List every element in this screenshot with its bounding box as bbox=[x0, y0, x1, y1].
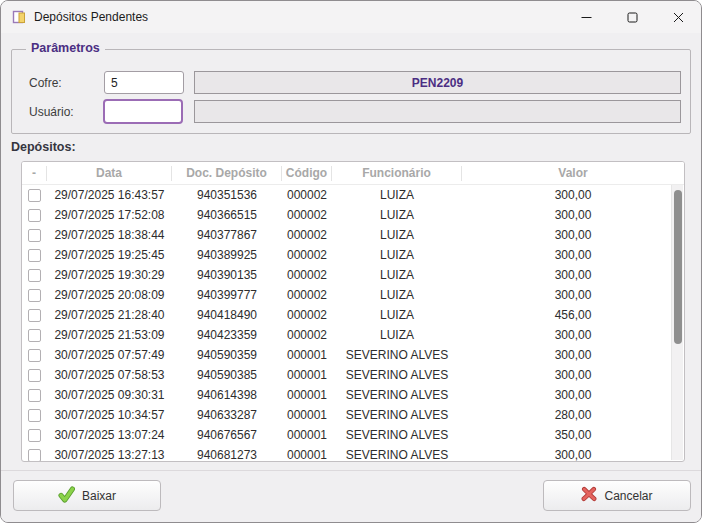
cell-codigo: 000002 bbox=[282, 328, 332, 342]
table-row[interactable]: 29/07/2025 17:52:08 940366515 000002 LUI… bbox=[22, 205, 684, 225]
row-checkbox[interactable] bbox=[28, 249, 41, 262]
table-row[interactable]: 30/07/2025 10:34:57 940633287 000001 SEV… bbox=[22, 405, 684, 425]
cell-funcionario: LUIZA bbox=[332, 208, 462, 222]
cell-funcionario: LUIZA bbox=[332, 248, 462, 262]
baixar-button[interactable]: Baixar bbox=[13, 480, 161, 511]
cell-valor: 456,00 bbox=[462, 308, 684, 322]
cell-date: 29/07/2025 21:28:40 bbox=[47, 308, 172, 322]
table-row[interactable]: 29/07/2025 21:53:09 940423359 000002 LUI… bbox=[22, 325, 684, 345]
cell-funcionario: SEVERINO ALVES bbox=[332, 348, 462, 362]
table-row[interactable]: 30/07/2025 09:30:31 940614398 000001 SEV… bbox=[22, 385, 684, 405]
cell-funcionario: SEVERINO ALVES bbox=[332, 428, 462, 442]
column-header-data[interactable]: Data bbox=[47, 166, 172, 181]
table-row[interactable]: 30/07/2025 07:57:49 940590359 000001 SEV… bbox=[22, 345, 684, 365]
vertical-scrollbar[interactable] bbox=[671, 185, 683, 460]
column-header-doc[interactable]: Doc. Depósito bbox=[172, 166, 282, 181]
table-row[interactable]: 29/07/2025 19:25:45 940389925 000002 LUI… bbox=[22, 245, 684, 265]
cancel-x-icon bbox=[581, 486, 597, 505]
table-row[interactable]: 30/07/2025 07:58:53 940590385 000001 SEV… bbox=[22, 365, 684, 385]
table-row[interactable]: 29/07/2025 16:43:57 940351536 000002 LUI… bbox=[22, 185, 684, 205]
row-checkbox[interactable] bbox=[28, 229, 41, 242]
cell-doc-deposito: 940681273 bbox=[172, 448, 282, 462]
cell-valor: 300,00 bbox=[462, 228, 684, 242]
row-checkbox[interactable] bbox=[28, 449, 41, 462]
cell-valor: 280,00 bbox=[462, 408, 684, 422]
cell-date: 30/07/2025 13:27:13 bbox=[47, 448, 172, 462]
row-checkbox[interactable] bbox=[28, 429, 41, 442]
cell-funcionario: LUIZA bbox=[332, 308, 462, 322]
cell-doc-deposito: 940351536 bbox=[172, 188, 282, 202]
cell-codigo: 000002 bbox=[282, 188, 332, 202]
cell-valor: 300,00 bbox=[462, 388, 684, 402]
cell-funcionario: LUIZA bbox=[332, 268, 462, 282]
table-row[interactable]: 29/07/2025 18:38:44 940377867 000002 LUI… bbox=[22, 225, 684, 245]
row-checkbox[interactable] bbox=[28, 389, 41, 402]
deposits-table-header: - Data Doc. Depósito Código Funcionário … bbox=[22, 162, 684, 185]
cell-date: 29/07/2025 21:53:09 bbox=[47, 328, 172, 342]
cell-doc-deposito: 940390135 bbox=[172, 268, 282, 282]
cell-funcionario: SEVERINO ALVES bbox=[332, 448, 462, 462]
cell-date: 29/07/2025 20:08:09 bbox=[47, 288, 172, 302]
cell-funcionario: SEVERINO ALVES bbox=[332, 368, 462, 382]
cell-valor: 300,00 bbox=[462, 208, 684, 222]
cell-valor: 300,00 bbox=[462, 288, 684, 302]
deposits-table: - Data Doc. Depósito Código Funcionário … bbox=[21, 161, 685, 462]
check-icon bbox=[58, 486, 75, 506]
dialog-depositos-pendentes: Depósitos Pendentes Parâmetros Cofre: PE… bbox=[0, 0, 702, 523]
cell-codigo: 000001 bbox=[282, 388, 332, 402]
cell-funcionario: SEVERINO ALVES bbox=[332, 408, 462, 422]
cell-codigo: 000001 bbox=[282, 448, 332, 462]
row-checkbox[interactable] bbox=[28, 309, 41, 322]
cell-doc-deposito: 940377867 bbox=[172, 228, 282, 242]
cell-date: 30/07/2025 07:58:53 bbox=[47, 368, 172, 382]
row-checkbox[interactable] bbox=[28, 369, 41, 382]
usuario-label: Usuário: bbox=[29, 105, 74, 119]
column-header-codigo[interactable]: Código bbox=[282, 166, 332, 181]
cell-doc-deposito: 940399777 bbox=[172, 288, 282, 302]
column-header-valor[interactable]: Valor bbox=[462, 166, 684, 181]
cell-valor: 300,00 bbox=[462, 328, 684, 342]
cell-codigo: 000001 bbox=[282, 408, 332, 422]
cell-doc-deposito: 940590359 bbox=[172, 348, 282, 362]
cell-valor: 300,00 bbox=[462, 348, 684, 362]
cell-funcionario: LUIZA bbox=[332, 188, 462, 202]
parameters-group-label: Parâmetros bbox=[26, 41, 105, 55]
cofre-input[interactable] bbox=[104, 71, 184, 94]
cell-codigo: 000002 bbox=[282, 228, 332, 242]
cell-doc-deposito: 940366515 bbox=[172, 208, 282, 222]
row-checkbox[interactable] bbox=[28, 289, 41, 302]
cell-funcionario: LUIZA bbox=[332, 328, 462, 342]
table-row[interactable]: 30/07/2025 13:27:13 940681273 000001 SEV… bbox=[22, 445, 684, 462]
row-checkbox[interactable] bbox=[28, 269, 41, 282]
deposits-table-body: 29/07/2025 16:43:57 940351536 000002 LUI… bbox=[22, 185, 684, 462]
minimize-button[interactable] bbox=[563, 1, 609, 33]
cell-funcionario: SEVERINO ALVES bbox=[332, 388, 462, 402]
usuario-input[interactable] bbox=[103, 99, 183, 124]
row-checkbox[interactable] bbox=[28, 209, 41, 222]
cancelar-button[interactable]: Cancelar bbox=[543, 480, 691, 511]
row-checkbox[interactable] bbox=[28, 189, 41, 202]
cell-codigo: 000002 bbox=[282, 288, 332, 302]
scrollbar-thumb[interactable] bbox=[674, 190, 682, 344]
cancelar-button-label: Cancelar bbox=[604, 489, 652, 503]
cell-date: 30/07/2025 07:57:49 bbox=[47, 348, 172, 362]
row-checkbox[interactable] bbox=[28, 329, 41, 342]
close-button[interactable] bbox=[655, 1, 701, 33]
cell-doc-deposito: 940614398 bbox=[172, 388, 282, 402]
cofre-display-field: PEN2209 bbox=[194, 71, 681, 94]
table-row[interactable]: 29/07/2025 19:30:29 940390135 000002 LUI… bbox=[22, 265, 684, 285]
table-row[interactable]: 29/07/2025 21:28:40 940418490 000002 LUI… bbox=[22, 305, 684, 325]
column-header-select[interactable]: - bbox=[22, 166, 47, 181]
cell-doc-deposito: 940590385 bbox=[172, 368, 282, 382]
maximize-button[interactable] bbox=[609, 1, 655, 33]
table-row[interactable]: 30/07/2025 13:07:24 940676567 000001 SEV… bbox=[22, 425, 684, 445]
column-header-funcionario[interactable]: Funcionário bbox=[332, 166, 462, 181]
table-row[interactable]: 29/07/2025 20:08:09 940399777 000002 LUI… bbox=[22, 285, 684, 305]
cell-codigo: 000001 bbox=[282, 428, 332, 442]
row-checkbox[interactable] bbox=[28, 349, 41, 362]
row-checkbox[interactable] bbox=[28, 409, 41, 422]
footer-bar: Baixar Cancelar bbox=[1, 470, 701, 522]
cell-doc-deposito: 940389925 bbox=[172, 248, 282, 262]
cell-codigo: 000002 bbox=[282, 208, 332, 222]
baixar-button-label: Baixar bbox=[82, 489, 116, 503]
